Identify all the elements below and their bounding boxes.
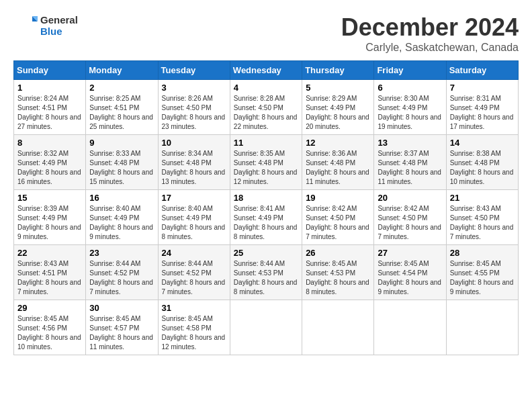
- day-cell-17: 17 Sunrise: 8:40 AM Sunset: 4:49 PM Dayl…: [158, 190, 230, 245]
- day-number: 22: [17, 248, 82, 258]
- day-number: 31: [162, 303, 226, 313]
- day-info: Sunrise: 8:30 AM Sunset: 4:49 PM Dayligh…: [378, 94, 442, 132]
- day-info: Sunrise: 8:39 AM Sunset: 4:49 PM Dayligh…: [17, 204, 82, 242]
- day-cell-6: 6 Sunrise: 8:30 AM Sunset: 4:49 PM Dayli…: [374, 80, 446, 135]
- day-info: Sunrise: 8:44 AM Sunset: 4:52 PM Dayligh…: [89, 259, 154, 297]
- day-cell-5: 5 Sunrise: 8:29 AM Sunset: 4:49 PM Dayli…: [302, 80, 374, 135]
- day-cell-26: 26 Sunrise: 8:45 AM Sunset: 4:53 PM Dayl…: [302, 245, 374, 300]
- day-info: Sunrise: 8:24 AM Sunset: 4:51 PM Dayligh…: [17, 94, 82, 132]
- title-area: December 2024 Carlyle, Saskatchewan, Can…: [341, 13, 519, 54]
- day-cell-3: 3 Sunrise: 8:26 AM Sunset: 4:50 PM Dayli…: [158, 80, 230, 135]
- week-row-5: 29 Sunrise: 8:45 AM Sunset: 4:56 PM Dayl…: [14, 300, 519, 355]
- day-number: 25: [234, 248, 298, 258]
- header-tuesday: Tuesday: [158, 61, 230, 80]
- empty-cell: [230, 300, 302, 355]
- logo-general: General: [40, 14, 78, 26]
- day-info: Sunrise: 8:43 AM Sunset: 4:50 PM Dayligh…: [450, 204, 515, 242]
- day-number: 18: [234, 193, 298, 203]
- day-number: 21: [450, 193, 515, 203]
- day-number: 11: [234, 138, 298, 148]
- day-info: Sunrise: 8:28 AM Sunset: 4:50 PM Dayligh…: [234, 94, 298, 132]
- day-info: Sunrise: 8:45 AM Sunset: 4:58 PM Dayligh…: [162, 314, 226, 352]
- day-number: 30: [89, 303, 154, 313]
- day-number: 20: [378, 193, 442, 203]
- week-row-2: 8 Sunrise: 8:32 AM Sunset: 4:49 PM Dayli…: [14, 135, 519, 190]
- day-number: 19: [306, 193, 370, 203]
- day-cell-10: 10 Sunrise: 8:34 AM Sunset: 4:48 PM Dayl…: [158, 135, 230, 190]
- day-info: Sunrise: 8:36 AM Sunset: 4:48 PM Dayligh…: [306, 149, 370, 187]
- day-number: 4: [234, 83, 298, 93]
- day-cell-11: 11 Sunrise: 8:35 AM Sunset: 4:48 PM Dayl…: [230, 135, 302, 190]
- day-number: 26: [306, 248, 370, 258]
- day-cell-23: 23 Sunrise: 8:44 AM Sunset: 4:52 PM Dayl…: [86, 245, 158, 300]
- day-number: 12: [306, 138, 370, 148]
- day-cell-27: 27 Sunrise: 8:45 AM Sunset: 4:54 PM Dayl…: [374, 245, 446, 300]
- day-info: Sunrise: 8:31 AM Sunset: 4:49 PM Dayligh…: [450, 94, 515, 132]
- day-cell-15: 15 Sunrise: 8:39 AM Sunset: 4:49 PM Dayl…: [14, 190, 86, 245]
- day-number: 9: [89, 138, 154, 148]
- day-number: 24: [162, 248, 226, 258]
- day-cell-29: 29 Sunrise: 8:45 AM Sunset: 4:56 PM Dayl…: [14, 300, 86, 355]
- header-sunday: Sunday: [14, 61, 86, 80]
- day-info: Sunrise: 8:45 AM Sunset: 4:54 PM Dayligh…: [378, 259, 442, 297]
- day-info: Sunrise: 8:44 AM Sunset: 4:53 PM Dayligh…: [234, 259, 298, 297]
- day-number: 29: [17, 303, 82, 313]
- day-info: Sunrise: 8:44 AM Sunset: 4:52 PM Dayligh…: [162, 259, 226, 297]
- day-cell-24: 24 Sunrise: 8:44 AM Sunset: 4:52 PM Dayl…: [158, 245, 230, 300]
- day-info: Sunrise: 8:32 AM Sunset: 4:49 PM Dayligh…: [17, 149, 82, 187]
- day-number: 13: [378, 138, 442, 148]
- day-cell-16: 16 Sunrise: 8:40 AM Sunset: 4:49 PM Dayl…: [86, 190, 158, 245]
- day-number: 1: [17, 83, 82, 93]
- day-cell-19: 19 Sunrise: 8:42 AM Sunset: 4:50 PM Dayl…: [302, 190, 374, 245]
- day-info: Sunrise: 8:40 AM Sunset: 4:49 PM Dayligh…: [162, 204, 226, 242]
- page-header: General Blue December 2024 Carlyle, Sask…: [13, 13, 519, 54]
- day-info: Sunrise: 8:33 AM Sunset: 4:48 PM Dayligh…: [89, 149, 154, 187]
- day-number: 17: [162, 193, 226, 203]
- calendar-subtitle: Carlyle, Saskatchewan, Canada: [341, 42, 519, 54]
- day-info: Sunrise: 8:29 AM Sunset: 4:49 PM Dayligh…: [306, 94, 370, 132]
- day-info: Sunrise: 8:25 AM Sunset: 4:51 PM Dayligh…: [89, 94, 154, 132]
- calendar-table: SundayMondayTuesdayWednesdayThursdayFrid…: [13, 60, 519, 355]
- week-row-4: 22 Sunrise: 8:43 AM Sunset: 4:51 PM Dayl…: [14, 245, 519, 300]
- day-number: 7: [450, 83, 515, 93]
- day-cell-9: 9 Sunrise: 8:33 AM Sunset: 4:48 PM Dayli…: [86, 135, 158, 190]
- header-saturday: Saturday: [446, 61, 518, 80]
- day-number: 14: [450, 138, 515, 148]
- empty-cell: [374, 300, 446, 355]
- day-number: 8: [17, 138, 82, 148]
- day-info: Sunrise: 8:42 AM Sunset: 4:50 PM Dayligh…: [378, 204, 442, 242]
- header-monday: Monday: [86, 61, 158, 80]
- day-info: Sunrise: 8:45 AM Sunset: 4:53 PM Dayligh…: [306, 259, 370, 297]
- empty-cell: [302, 300, 374, 355]
- header-friday: Friday: [374, 61, 446, 80]
- day-cell-13: 13 Sunrise: 8:37 AM Sunset: 4:48 PM Dayl…: [374, 135, 446, 190]
- day-number: 3: [162, 83, 226, 93]
- day-cell-22: 22 Sunrise: 8:43 AM Sunset: 4:51 PM Dayl…: [14, 245, 86, 300]
- day-info: Sunrise: 8:45 AM Sunset: 4:56 PM Dayligh…: [17, 314, 82, 352]
- day-info: Sunrise: 8:38 AM Sunset: 4:48 PM Dayligh…: [450, 149, 515, 187]
- day-info: Sunrise: 8:37 AM Sunset: 4:48 PM Dayligh…: [378, 149, 442, 187]
- day-cell-1: 1 Sunrise: 8:24 AM Sunset: 4:51 PM Dayli…: [14, 80, 86, 135]
- day-info: Sunrise: 8:42 AM Sunset: 4:50 PM Dayligh…: [306, 204, 370, 242]
- day-number: 16: [89, 193, 154, 203]
- day-number: 6: [378, 83, 442, 93]
- day-number: 28: [450, 248, 515, 258]
- logo-blue: Blue: [40, 26, 78, 37]
- day-info: Sunrise: 8:45 AM Sunset: 4:57 PM Dayligh…: [89, 314, 154, 352]
- day-number: 15: [17, 193, 82, 203]
- logo-svg: [13, 13, 38, 38]
- day-cell-21: 21 Sunrise: 8:43 AM Sunset: 4:50 PM Dayl…: [446, 190, 518, 245]
- week-row-1: 1 Sunrise: 8:24 AM Sunset: 4:51 PM Dayli…: [14, 80, 519, 135]
- day-info: Sunrise: 8:26 AM Sunset: 4:50 PM Dayligh…: [162, 94, 226, 132]
- day-cell-2: 2 Sunrise: 8:25 AM Sunset: 4:51 PM Dayli…: [86, 80, 158, 135]
- header-thursday: Thursday: [302, 61, 374, 80]
- day-info: Sunrise: 8:41 AM Sunset: 4:49 PM Dayligh…: [234, 204, 298, 242]
- day-cell-28: 28 Sunrise: 8:45 AM Sunset: 4:55 PM Dayl…: [446, 245, 518, 300]
- day-info: Sunrise: 8:40 AM Sunset: 4:49 PM Dayligh…: [89, 204, 154, 242]
- calendar-title: December 2024: [341, 13, 519, 42]
- day-cell-7: 7 Sunrise: 8:31 AM Sunset: 4:49 PM Dayli…: [446, 80, 518, 135]
- logo: General Blue: [13, 13, 78, 38]
- day-number: 10: [162, 138, 226, 148]
- day-info: Sunrise: 8:43 AM Sunset: 4:51 PM Dayligh…: [17, 259, 82, 297]
- day-number: 2: [89, 83, 154, 93]
